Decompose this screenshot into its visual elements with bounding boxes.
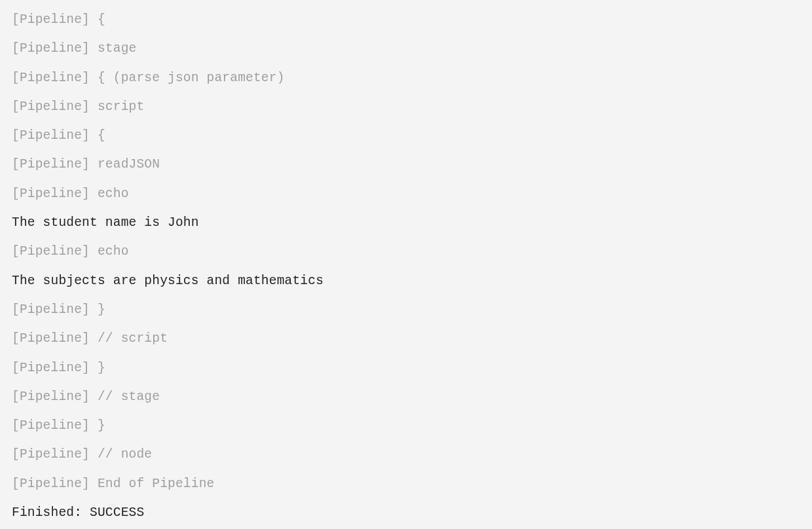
console-line: The student name is John <box>12 208 800 237</box>
console-line: [Pipeline] // stage <box>12 382 800 411</box>
console-line: [Pipeline] // node <box>12 440 800 469</box>
console-line: [Pipeline] } <box>12 411 800 440</box>
console-line: [Pipeline] readJSON <box>12 150 800 179</box>
console-line: Finished: SUCCESS <box>12 498 800 527</box>
console-line: [Pipeline] script <box>12 92 800 121</box>
console-line: [Pipeline] End of Pipeline <box>12 469 800 498</box>
console-line: [Pipeline] { (parse json parameter) <box>12 64 800 92</box>
console-line: [Pipeline] } <box>12 295 800 324</box>
console-line: [Pipeline] echo <box>12 237 800 266</box>
console-output: [Pipeline] {[Pipeline] stage[Pipeline] {… <box>12 5 800 527</box>
console-line: [Pipeline] { <box>12 5 800 34</box>
console-line: [Pipeline] // script <box>12 324 800 353</box>
console-line: The subjects are physics and mathematics <box>12 266 800 295</box>
console-line: [Pipeline] { <box>12 121 800 150</box>
console-line: [Pipeline] echo <box>12 179 800 208</box>
console-container: [Pipeline] {[Pipeline] stage[Pipeline] {… <box>0 0 812 529</box>
console-line: [Pipeline] } <box>12 354 800 382</box>
console-line: [Pipeline] stage <box>12 34 800 63</box>
